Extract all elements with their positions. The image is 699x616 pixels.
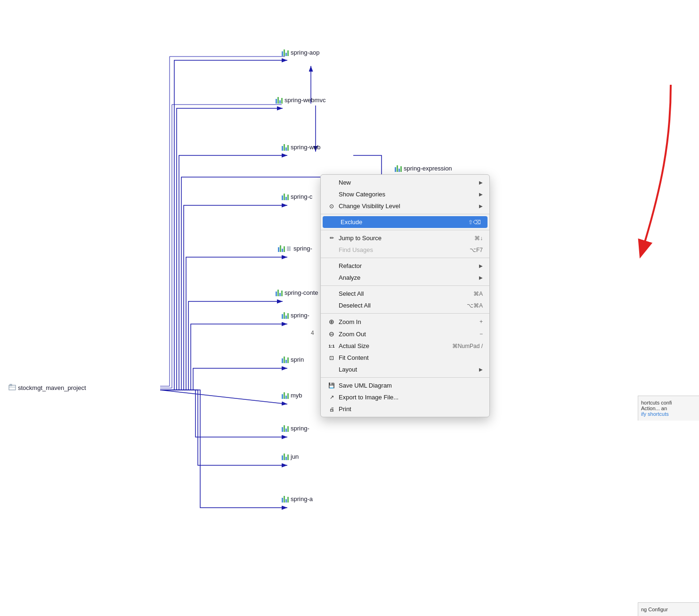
node-spring-expression: spring-expression <box>395 165 452 172</box>
menu-item-save-uml[interactable]: 💾 Save UML Diagram <box>321 380 489 391</box>
visibility-icon: ⊙ <box>327 203 336 210</box>
bottom-panel: ng Configur <box>638 602 699 616</box>
separator-4 <box>321 285 489 286</box>
submenu-arrow: ▶ <box>479 180 483 185</box>
module-icon <box>395 165 402 172</box>
submenu-arrow: ▶ <box>479 192 483 197</box>
find-usages-shortcut: ⌥F7 <box>470 247 483 253</box>
node-spring-conte: spring-conte <box>276 289 318 296</box>
zoom-out-icon: ⊖ <box>327 330 336 338</box>
module-icon <box>276 97 283 104</box>
module-icon <box>282 49 289 56</box>
print-icon: 🖨 <box>327 406 336 412</box>
menu-item-export-image[interactable]: ↗ Export to Image File... <box>321 391 489 403</box>
red-arrow <box>633 71 690 259</box>
menu-item-change-visibility[interactable]: ⊙ Change Visibility Level ▶ <box>321 200 489 212</box>
menu-item-show-categories[interactable]: Show Categories ▶ <box>321 188 489 200</box>
select-all-shortcut: ⌘A <box>473 291 483 297</box>
node-spring-a: spring-a <box>282 495 313 503</box>
module-icon <box>282 312 289 319</box>
module-icon <box>282 454 289 460</box>
menu-item-zoom-in[interactable]: ⊕ Zoom In + <box>321 316 489 328</box>
node-spring-webmvc: spring-webmvc <box>276 97 325 104</box>
node-spring-aop: spring-aop <box>282 49 319 56</box>
submenu-arrow: ▶ <box>479 367 483 372</box>
export-icon: ↗ <box>327 394 336 400</box>
svg-rect-5 <box>10 384 12 386</box>
zoom-in-shortcut: + <box>480 318 483 325</box>
save-uml-icon: 💾 <box>327 382 336 389</box>
menu-item-select-all[interactable]: Select All ⌘A <box>321 288 489 300</box>
node-spring-c: spring-c <box>282 193 312 200</box>
module-icon <box>282 392 289 399</box>
node-sprin: sprin <box>282 356 304 363</box>
menu-item-new[interactable]: New ▶ <box>321 177 489 188</box>
module-icon <box>282 144 289 151</box>
menu-item-deselect-all[interactable]: Deselect All ⌥⌘A <box>321 300 489 311</box>
module-icon <box>278 245 285 252</box>
menu-item-zoom-out[interactable]: ⊖ Zoom Out − <box>321 328 489 340</box>
menu-item-exclude[interactable]: Exclude ⇧⌫ <box>323 216 488 228</box>
menu-item-layout[interactable]: Layout ▶ <box>321 364 489 375</box>
jump-icon: ✏ <box>327 235 336 241</box>
node-spring-m: spring- <box>278 245 312 252</box>
submenu-arrow: ▶ <box>479 203 483 209</box>
module-icon <box>282 194 289 200</box>
submenu-arrow: ▶ <box>479 275 483 280</box>
actual-size-icon: 1:1 <box>327 344 336 349</box>
exclude-shortcut: ⇧⌫ <box>468 219 481 226</box>
module-icon <box>276 290 283 296</box>
right-panel-shortcuts: hortcuts confi Action... an ify shortcut… <box>638 396 699 421</box>
node-stockmgt: stockmgt_maven_project <box>8 384 86 391</box>
menu-item-actual-size[interactable]: 1:1 Actual Size ⌘NumPad / <box>321 340 489 352</box>
module-icon <box>282 496 289 503</box>
menu-item-analyze[interactable]: Analyze ▶ <box>321 272 489 284</box>
fit-content-icon: ⊡ <box>327 355 336 361</box>
node-spring-web: spring-web <box>282 144 321 151</box>
context-menu: New ▶ Show Categories ▶ ⊙ Change Visibil… <box>320 174 490 417</box>
zoom-out-shortcut: − <box>480 331 483 337</box>
menu-item-find-usages[interactable]: Find Usages ⌥F7 <box>321 244 489 256</box>
separator-2 <box>321 230 489 230</box>
jump-shortcut: ⌘↓ <box>474 235 483 242</box>
node-myb: myb <box>282 392 302 399</box>
module-icon <box>282 425 289 432</box>
node-spring-boot: spring- <box>282 425 309 432</box>
deselect-all-shortcut: ⌥⌘A <box>467 302 483 309</box>
separator-3 <box>321 258 489 258</box>
count-label: 4 <box>311 330 314 336</box>
menu-item-jump-to-source[interactable]: ✏ Jump to Source ⌘↓ <box>321 232 489 244</box>
node-jun: jun <box>282 453 299 460</box>
module-icon <box>282 357 289 363</box>
menu-item-fit-content[interactable]: ⊡ Fit Content <box>321 352 489 364</box>
separator-6 <box>321 377 489 378</box>
right-panel-link[interactable]: ify shortcuts <box>641 411 696 417</box>
zoom-in-icon: ⊕ <box>327 318 336 325</box>
submenu-arrow: ▶ <box>479 263 483 268</box>
separator-5 <box>321 313 489 314</box>
project-icon <box>8 384 16 391</box>
menu-item-refactor[interactable]: Refactor ▶ <box>321 260 489 272</box>
menu-item-print[interactable]: 🖨 Print <box>321 403 489 415</box>
node-spring-g: spring- <box>282 312 309 319</box>
actual-size-shortcut: ⌘NumPad / <box>452 343 483 349</box>
separator-1 <box>321 214 489 214</box>
